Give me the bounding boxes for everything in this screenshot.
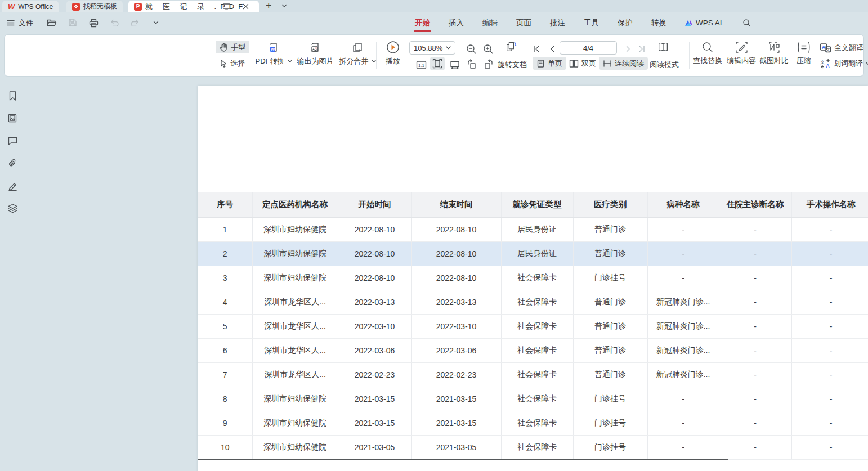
- play-button[interactable]: 播放: [381, 41, 405, 66]
- table-cell: 2021-03-05: [338, 435, 411, 459]
- edit-content-icon: [735, 41, 748, 53]
- tab-wps-office[interactable]: W WPS Office: [2, 1, 59, 12]
- hamburger-icon: [7, 20, 15, 26]
- save-icon[interactable]: [66, 16, 79, 30]
- menu-edit[interactable]: 编辑: [481, 13, 499, 33]
- tab-medical-record-pdf[interactable]: P 就 医 记 录 .PDF: [128, 1, 259, 12]
- last-page-button[interactable]: [635, 42, 648, 56]
- present-monitor-icon[interactable]: [220, 0, 233, 14]
- table-cell: -: [719, 435, 791, 459]
- thumbnail-icon[interactable]: [6, 111, 19, 125]
- rotate-document-icon[interactable]: [504, 41, 518, 54]
- menu-search-icon[interactable]: [740, 16, 754, 30]
- zoom-level-value: 105.88%: [414, 44, 442, 52]
- continuous-reading-button[interactable]: 连续阅读: [599, 57, 648, 70]
- svg-text:A: A: [826, 63, 830, 69]
- rotate-document-label[interactable]: 旋转文档: [498, 60, 527, 70]
- full-translate-button[interactable]: A 文 全文翻译: [820, 43, 863, 53]
- menu-home[interactable]: 开始: [414, 13, 431, 33]
- undo-icon[interactable]: [108, 16, 121, 30]
- screenshot-compare-button[interactable]: 截图对比: [759, 41, 789, 66]
- select-tool-label: 选择: [230, 59, 245, 69]
- comment-icon[interactable]: [6, 134, 19, 147]
- table-row: 9深圳市妇幼保健院2021-03-152021-03-15社会保障卡门诊挂号--…: [198, 411, 868, 435]
- document-viewport[interactable]: 序号定点医药机构名称开始时间结束时间就诊凭证类型医疗类别病种名称住院主诊断名称手…: [25, 79, 868, 471]
- wps-logo-icon: W: [8, 2, 15, 11]
- prev-page-button[interactable]: [545, 42, 559, 56]
- zoom-in-button[interactable]: [481, 42, 495, 56]
- close-tab-icon[interactable]: [239, 0, 252, 14]
- zoom-out-button[interactable]: [464, 42, 478, 56]
- table-cell: 2022-03-13: [338, 290, 411, 314]
- fit-page-button[interactable]: [430, 57, 445, 70]
- read-mode-label[interactable]: 阅读模式: [650, 60, 679, 70]
- table-cell: -: [791, 435, 868, 459]
- first-page-button[interactable]: [530, 42, 543, 56]
- menu-protect[interactable]: 保护: [616, 13, 634, 33]
- fit-width-button[interactable]: [448, 58, 462, 71]
- double-page-icon: [569, 59, 579, 68]
- column-header: 就诊凭证类型: [501, 192, 573, 217]
- menu-page[interactable]: 页面: [515, 13, 533, 33]
- column-header: 结束时间: [411, 192, 501, 217]
- table-cell: 社会保障卡: [501, 290, 573, 314]
- ribbon-toolbar: 手型 选择 W PDF转换 输出为图片 拆分合并: [5, 35, 863, 76]
- actual-size-button[interactable]: 1:1: [414, 58, 428, 71]
- menu-convert[interactable]: 转换: [650, 13, 668, 33]
- table-cell: 门诊挂号: [573, 387, 647, 411]
- window-tab-bar: W WPS Office ❖ 找稻壳模板 P 就 医 记 录 .PDF +: [0, 0, 868, 12]
- export-image-button[interactable]: 输出为图片: [295, 41, 335, 66]
- zoom-level-select[interactable]: 105.88%: [409, 41, 455, 55]
- single-page-button[interactable]: 单页: [533, 57, 566, 70]
- table-row: 3深圳市妇幼保健院2022-08-102022-08-10社会保障卡门诊挂号--…: [198, 266, 868, 290]
- column-header: 开始时间: [338, 192, 411, 217]
- table-cell: 2022-02-23: [338, 362, 411, 387]
- quick-access-chevron-icon[interactable]: [149, 16, 163, 30]
- open-folder-icon[interactable]: [45, 16, 59, 30]
- menu-comment[interactable]: 批注: [549, 13, 566, 33]
- menu-insert[interactable]: 插入: [448, 13, 465, 33]
- split-merge-button[interactable]: 拆分合并: [338, 41, 377, 66]
- print-icon[interactable]: [87, 16, 100, 30]
- full-translate-label: 全文翻译: [834, 43, 863, 53]
- tab-docer-template[interactable]: ❖ 找稻壳模板: [66, 1, 123, 12]
- table-cell: -: [791, 411, 868, 435]
- read-mode-icon[interactable]: [656, 41, 670, 54]
- column-header: 医疗类别: [573, 192, 647, 217]
- table-cell: -: [719, 266, 791, 290]
- hand-tool-button[interactable]: 手型: [216, 41, 249, 53]
- rotate-left-icon: [466, 59, 477, 69]
- rotate-left-button[interactable]: [465, 57, 478, 71]
- edit-content-button[interactable]: 编辑内容: [726, 41, 757, 66]
- annotate-pen-icon[interactable]: [6, 179, 19, 192]
- file-menu-button[interactable]: 文件: [7, 18, 33, 28]
- column-header: 定点医药机构名称: [252, 192, 338, 217]
- table-cell: 2022-08-10: [338, 217, 411, 241]
- table-row: 8深圳市妇幼保健院2021-03-152021-03-15社会保障卡门诊挂号--…: [198, 387, 868, 411]
- table-cell: 门诊挂号: [573, 435, 647, 459]
- menu-wps-ai[interactable]: WPS AI: [684, 19, 722, 27]
- layers-icon[interactable]: [6, 201, 19, 215]
- rotate-right-button[interactable]: [482, 57, 495, 71]
- word-translate-icon: 文 A: [820, 59, 831, 69]
- table-cell: 2: [198, 241, 252, 266]
- attachment-icon[interactable]: [6, 156, 19, 170]
- double-page-label: 双页: [581, 59, 596, 69]
- table-cell: -: [791, 241, 868, 266]
- bookmark-icon[interactable]: [6, 89, 19, 102]
- word-translate-button[interactable]: 文 A 划词翻译: [820, 59, 868, 69]
- redo-icon[interactable]: [128, 16, 142, 30]
- menu-tools[interactable]: 工具: [583, 13, 600, 33]
- page-number-input[interactable]: 4/4: [560, 41, 617, 55]
- fit-page-icon: [432, 59, 442, 69]
- pdf-convert-button[interactable]: W PDF转换: [254, 41, 293, 66]
- next-page-button[interactable]: [621, 42, 635, 56]
- table-cell: 3: [198, 266, 252, 290]
- export-image-label: 输出为图片: [297, 56, 334, 66]
- new-tab-button[interactable]: +: [266, 0, 272, 12]
- tab-list-chevron-icon[interactable]: [278, 0, 291, 12]
- select-tool-button[interactable]: 选择: [216, 57, 249, 70]
- table-cell: 新冠肺炎门诊...: [647, 338, 719, 362]
- compress-button[interactable]: 压缩: [794, 41, 814, 66]
- find-replace-button[interactable]: 查找替换: [692, 41, 723, 66]
